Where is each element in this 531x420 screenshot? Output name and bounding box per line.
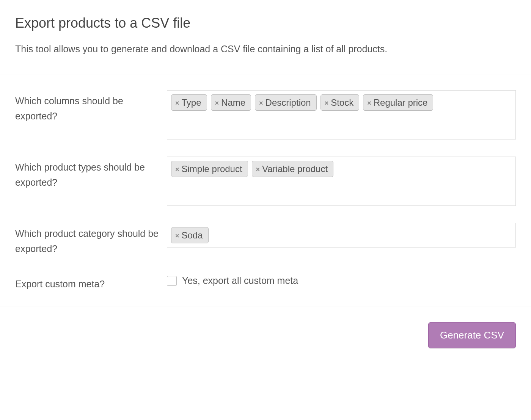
tag-name[interactable]: × Name xyxy=(211,94,251,111)
tag-label: Name xyxy=(221,97,245,108)
remove-icon[interactable]: × xyxy=(367,99,371,107)
tag-label: Regular price xyxy=(374,97,428,108)
row-meta: Export custom meta? Yes, export all cust… xyxy=(15,273,516,291)
remove-icon[interactable]: × xyxy=(259,99,263,107)
label-meta: Export custom meta? xyxy=(15,273,167,291)
row-types: Which product types should be exported? … xyxy=(15,157,516,206)
tag-stock[interactable]: × Stock xyxy=(320,94,360,111)
tag-label: Type xyxy=(182,97,201,108)
row-columns: Which columns should be exported? × Type… xyxy=(15,90,516,139)
generate-csv-button[interactable]: Generate CSV xyxy=(428,322,516,348)
tag-simple-product[interactable]: × Simple product xyxy=(171,161,248,177)
columns-tag-input[interactable]: × Type × Name × Description × Stock × xyxy=(167,90,516,139)
tag-description[interactable]: × Description xyxy=(255,94,317,111)
row-category: Which product category should be exporte… xyxy=(15,223,516,256)
remove-icon[interactable]: × xyxy=(325,99,329,107)
tag-label: Soda xyxy=(182,229,203,241)
page-description: This tool allows you to generate and dow… xyxy=(15,42,516,56)
label-types: Which product types should be exported? xyxy=(15,157,167,190)
tag-label: Simple product xyxy=(182,163,242,175)
remove-icon[interactable]: × xyxy=(175,232,179,239)
tag-label: Stock xyxy=(331,97,353,108)
page-title: Export products to a CSV file xyxy=(15,15,516,31)
category-tag-input[interactable]: × Soda xyxy=(167,223,516,248)
tag-label: Description xyxy=(266,97,311,108)
remove-icon[interactable]: × xyxy=(175,165,179,173)
tag-type[interactable]: × Type xyxy=(171,94,207,111)
types-tag-input[interactable]: × Simple product × Variable product xyxy=(167,157,516,206)
meta-checkbox-label: Yes, export all custom meta xyxy=(182,275,298,286)
tag-regular-price[interactable]: × Regular price xyxy=(363,94,433,111)
tag-soda[interactable]: × Soda xyxy=(171,227,209,243)
tag-label: Variable product xyxy=(262,163,328,175)
remove-icon[interactable]: × xyxy=(215,99,219,107)
label-category: Which product category should be exporte… xyxy=(15,223,167,256)
label-columns: Which columns should be exported? xyxy=(15,90,167,124)
meta-checkbox[interactable] xyxy=(167,276,177,286)
remove-icon[interactable]: × xyxy=(256,165,260,173)
remove-icon[interactable]: × xyxy=(175,99,179,107)
tag-variable-product[interactable]: × Variable product xyxy=(252,161,334,177)
